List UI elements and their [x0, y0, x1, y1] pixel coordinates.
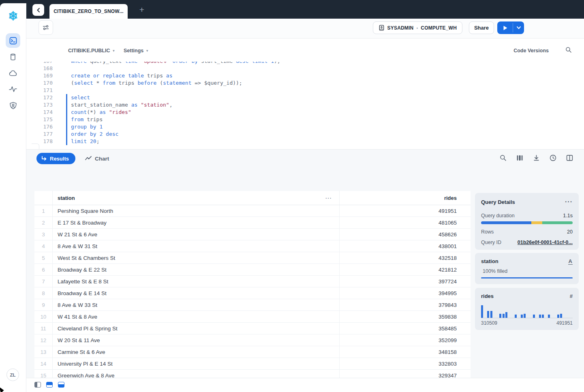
- history-button[interactable]: [550, 154, 556, 161]
- rides-cell[interactable]: 352099: [340, 337, 471, 343]
- code-line[interactable]: 178limit 20;: [26, 138, 584, 145]
- layout-results-toggle-icon[interactable]: [58, 382, 64, 388]
- tab-results[interactable]: Results: [36, 153, 75, 164]
- station-cell[interactable]: Carmine St & 6 Ave: [53, 346, 340, 358]
- code-line[interactable]: 175from trips: [26, 116, 584, 123]
- code-line[interactable]: 168: [26, 65, 584, 72]
- table-row[interactable]: 15Greenwich Ave & 8 Ave329347: [34, 370, 471, 378]
- table-row[interactable]: 8Broadway & E 14 St394995: [34, 287, 471, 299]
- station-cell[interactable]: Lafayette St & E 8 St: [53, 276, 340, 287]
- run-button[interactable]: [497, 21, 513, 34]
- rides-cell[interactable]: 394995: [340, 290, 471, 296]
- columns-button[interactable]: [516, 154, 523, 161]
- results-label: Results: [50, 156, 69, 162]
- table-row[interactable]: 6Broadway & E 22 St421812: [34, 264, 471, 276]
- new-tab-button[interactable]: +: [137, 4, 147, 15]
- editor-search-button[interactable]: [565, 47, 572, 53]
- code-lines[interactable]: 167where query_text like 'update%' order…: [26, 58, 584, 145]
- code-line[interactable]: 172select: [26, 94, 584, 101]
- worksheet-tab[interactable]: CITIBIKE_ZERO_TO_SNOW...: [49, 4, 128, 19]
- code-line[interactable]: 171: [26, 87, 584, 94]
- layout-editor-toggle-icon[interactable]: [46, 382, 53, 388]
- tab-chart[interactable]: Chart: [85, 153, 109, 164]
- rides-cell[interactable]: 438001: [340, 243, 471, 249]
- table-row[interactable]: 2E 17 St & Broadway481065: [34, 217, 471, 229]
- rides-cell[interactable]: 359838: [340, 314, 471, 320]
- worksheet-settings-button[interactable]: [39, 20, 53, 35]
- table-row[interactable]: 11Cleveland Pl & Spring St358485: [34, 323, 471, 334]
- rides-column-card[interactable]: rides # 310509 491951: [475, 288, 579, 330]
- chevron-down-icon: [517, 26, 521, 29]
- rides-cell[interactable]: 481065: [340, 220, 471, 226]
- station-cell[interactable]: W 41 St & 8 Ave: [53, 311, 340, 322]
- station-cell[interactable]: 8 Ave & W 31 St: [53, 240, 340, 252]
- sql-editor[interactable]: CITIBIKE.PUBLIC▼ Settings▼ Code Versions…: [26, 39, 584, 149]
- query-details-menu-button[interactable]: ···: [565, 198, 573, 206]
- sidebar-item-activity[interactable]: [6, 82, 20, 96]
- context-selector[interactable]: SYSADMIN • COMPUTE_WH: [373, 21, 462, 34]
- table-row[interactable]: 3W 21 St & 6 Ave458626: [34, 229, 471, 240]
- rides-cell[interactable]: 397724: [340, 278, 471, 285]
- code-line[interactable]: 169create or replace table trips as: [26, 72, 584, 79]
- station-cell[interactable]: Greenwich Ave & 8 Ave: [53, 370, 340, 378]
- query-id-link[interactable]: 01b26e0f-0001-41cf-0...: [518, 240, 573, 245]
- table-row[interactable]: 13Carmine St & 6 Ave348158: [34, 346, 471, 358]
- split-panel-button[interactable]: [566, 154, 573, 161]
- editor-header: CITIBIKE.PUBLIC▼ Settings▼ Code Versions: [26, 39, 584, 62]
- column-menu-button[interactable]: ···: [325, 195, 332, 201]
- rides-cell[interactable]: 348158: [340, 349, 471, 355]
- code-text: select: [71, 94, 90, 101]
- sidebar-item-marketplace[interactable]: [6, 66, 20, 80]
- rides-cell[interactable]: 432518: [340, 255, 471, 261]
- share-button[interactable]: Share: [469, 21, 494, 34]
- sidebar-item-databases[interactable]: [6, 49, 20, 64]
- table-row[interactable]: 5West St & Chambers St432518: [34, 252, 471, 264]
- table-row[interactable]: 7Lafayette St & E 8 St397724: [34, 276, 471, 287]
- station-cell[interactable]: 8 Ave & W 33 St: [53, 299, 340, 311]
- user-avatar[interactable]: ZL: [6, 368, 19, 381]
- code-line[interactable]: 170(select * from trips before (statemen…: [26, 79, 584, 87]
- settings-dropdown[interactable]: Settings▼: [124, 48, 149, 54]
- snowflake-logo-icon[interactable]: ❄: [0, 7, 26, 25]
- chart-line-icon: [85, 156, 92, 161]
- station-cell[interactable]: University Pl & E 14 St: [53, 358, 340, 369]
- rides-cell[interactable]: 358485: [340, 326, 471, 332]
- rides-cell[interactable]: 379843: [340, 302, 471, 308]
- run-options-button[interactable]: [513, 21, 524, 34]
- sidebar-item-worksheets[interactable]: [6, 33, 20, 48]
- table-row[interactable]: 48 Ave & W 31 St438001: [34, 240, 471, 252]
- sidebar-item-admin[interactable]: [6, 98, 20, 113]
- download-button[interactable]: [533, 154, 540, 161]
- station-cell[interactable]: W 20 St & 11 Ave: [53, 334, 340, 346]
- column-header-station[interactable]: station: [58, 195, 75, 201]
- search-results-button[interactable]: [500, 154, 507, 161]
- back-button[interactable]: [32, 4, 44, 16]
- layout-sidebar-toggle-icon[interactable]: [34, 382, 41, 388]
- rides-cell[interactable]: 332803: [340, 361, 471, 367]
- table-row[interactable]: 12W 20 St & 11 Ave352099: [34, 334, 471, 346]
- rides-cell[interactable]: 458626: [340, 231, 471, 238]
- table-row[interactable]: 10W 41 St & 8 Ave359838: [34, 311, 471, 323]
- station-cell[interactable]: E 17 St & Broadway: [53, 217, 340, 228]
- table-row[interactable]: 1Pershing Square North491951: [34, 205, 471, 217]
- column-header-rides[interactable]: rides: [340, 195, 471, 201]
- code-versions-link[interactable]: Code Versions: [513, 48, 549, 54]
- database-context-dropdown[interactable]: CITIBIKE.PUBLIC▼: [68, 48, 115, 54]
- station-cell[interactable]: West St & Chambers St: [53, 252, 340, 263]
- code-line[interactable]: 176group by 1: [26, 123, 584, 131]
- code-line[interactable]: 177order by 2 desc: [26, 131, 584, 138]
- station-cell[interactable]: Cleveland Pl & Spring St: [53, 323, 340, 334]
- expand-panel-handle[interactable]: ›: [32, 144, 39, 149]
- rides-cell[interactable]: 491951: [340, 208, 471, 214]
- rides-cell[interactable]: 329347: [340, 373, 471, 378]
- code-line[interactable]: 173start_station_name as "station",: [26, 101, 584, 109]
- table-row[interactable]: 98 Ave & W 33 St379843: [34, 299, 471, 311]
- station-cell[interactable]: W 21 St & 6 Ave: [53, 229, 340, 240]
- table-row[interactable]: 14University Pl & E 14 St332803: [34, 358, 471, 370]
- rides-cell[interactable]: 421812: [340, 267, 471, 273]
- station-cell[interactable]: Broadway & E 14 St: [53, 287, 340, 299]
- station-column-card[interactable]: station A 100% filled: [475, 253, 579, 284]
- station-cell[interactable]: Broadway & E 22 St: [53, 264, 340, 275]
- station-cell[interactable]: Pershing Square North: [53, 205, 340, 216]
- code-line[interactable]: 174count(*) as "rides": [26, 109, 584, 116]
